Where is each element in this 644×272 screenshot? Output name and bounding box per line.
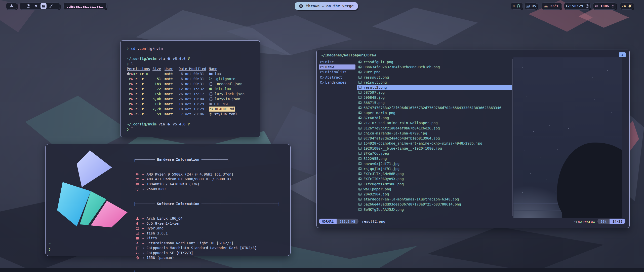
notifications-module[interactable]: 24	[620, 3, 633, 10]
tab-badge[interactable]: 1	[619, 52, 626, 57]
visualizer-bar	[69, 7, 70, 8]
file-list-item[interactable]: re1sult.png	[357, 80, 512, 85]
file-list-item[interactable]: rsjqojlmjhf91.jpg	[357, 166, 512, 171]
now-playing-title: thrown - on the verge	[306, 4, 354, 8]
sidebar-folder-landscapes[interactable]: Landscapes	[319, 80, 355, 85]
audio-module[interactable]: 100%	[593, 3, 616, 10]
bell-icon	[628, 4, 632, 8]
folder-panel: MiscDrawMinimalistAbstractLandscapes	[319, 59, 355, 85]
github-module[interactable]: 0	[511, 3, 522, 10]
file-list-item[interactable]: 154928-odinokoe_anime-art-anime-okno-sin…	[357, 141, 512, 146]
file-list-item[interactable]: EeNKYgIUcAAJ5JX.png	[357, 207, 512, 212]
visualizer-bar	[67, 7, 68, 8]
file-size-badge: 218.8 KB	[337, 219, 358, 224]
prompt-symbol: ❯	[49, 247, 51, 252]
image-icon	[358, 142, 362, 145]
file-list-item[interactable]: FXfcHgcWIAMzs0G.png	[357, 182, 512, 187]
moon-icon	[167, 57, 171, 60]
file-list-panel: ressdfgult.png08a634fa02a32364f69ebc86a9…	[357, 59, 512, 212]
table-row: .rw-r--r--7,7kmatt18 oct 13:29M↓README.m…	[127, 107, 260, 112]
file-list-item[interactable]: 87r687df.png	[357, 115, 512, 120]
braces-icon: {}	[209, 81, 213, 86]
prompt-path-line: ~/.config/nvim via v5.4.6 V	[127, 122, 260, 127]
clock-module[interactable]: 17:50:29	[564, 3, 591, 10]
image-icon	[358, 76, 362, 79]
file-list-item[interactable]: 19201080-__blue-tinge__-1920×1080.jpg	[357, 146, 512, 151]
file-list-item[interactable]: nnvuv0xj2df71.jpg	[357, 161, 512, 166]
workspace-button-3[interactable]	[41, 3, 47, 9]
workspaces-island	[20, 3, 60, 10]
file-list-item[interactable]: FXfcII0X0AQyn9X.png	[357, 176, 512, 181]
file-list-item[interactable]: 3122955.png	[357, 156, 512, 161]
file-list-item[interactable]: 5a266e448add93deab367d87173e9f25-6837886…	[357, 202, 512, 207]
file-list-item[interactable]: super-mario.png	[357, 110, 512, 115]
workspace-button-4[interactable]	[48, 3, 54, 9]
distro-logo	[53, 149, 128, 233]
file-list-item[interactable]: 587597.jpg	[357, 90, 512, 95]
image-icon	[358, 197, 362, 201]
image-icon	[358, 147, 362, 150]
file-list-item[interactable]: 0c794faf07de24a4db4d4fb1eb813964.jpg	[357, 136, 512, 141]
sidebar-folder-abstract[interactable]: Abstract	[319, 75, 355, 80]
image-icon	[358, 152, 362, 155]
fetch-window[interactable]: ┌───────── Hardware Information ────────…	[45, 144, 291, 256]
terminal-window[interactable]: ❯ cd .config/nvim ~/.config/nvim via v5.…	[120, 40, 260, 137]
visualizer-bar	[79, 7, 80, 8]
file-manager-window[interactable]: ~/Imagenes/Wallpapers/Draw 1 MiscDrawMin…	[316, 50, 630, 228]
audio-visualizer	[66, 4, 104, 8]
preview-star	[568, 128, 569, 129]
file-list-item[interactable]: 596848.jpg	[357, 95, 512, 100]
workspace-button-2[interactable]	[33, 3, 39, 9]
file-list-item[interactable]: atardecer-en-la-montanas-ilustracion-634…	[357, 197, 512, 202]
fetch-prompt[interactable]: ~ ❯	[49, 241, 51, 252]
image-icon	[358, 167, 362, 171]
weather-module[interactable]: 26°C	[542, 3, 561, 10]
clock-icon	[585, 4, 589, 8]
visualizer-bar	[97, 6, 98, 8]
file-list-item[interactable]: kurz.png	[357, 70, 512, 75]
launcher-button[interactable]	[6, 3, 17, 10]
image-icon	[358, 60, 362, 64]
fetch-info-row: A→JetBrainsMono Nerd Font Light 10 [GTK2…	[134, 241, 280, 246]
volume-level: 100%	[600, 4, 609, 8]
file-list-item[interactable]: FXfcJlTXgAMvH6R.png	[357, 171, 512, 176]
file-list-item[interactable]: 3126f7e9bbf21a8a4af0b67b041c6e26.jpg	[357, 125, 512, 130]
file-list-item[interactable]: 217167-sad-anime-rain-wallpaper.png	[357, 120, 512, 125]
image-icon	[358, 187, 362, 191]
markdown-icon: M↓	[210, 107, 213, 112]
moon-icon	[209, 87, 212, 91]
folder-open-icon	[320, 70, 324, 74]
sidebar-folder-draw[interactable]: Draw	[319, 64, 355, 70]
sidebar-folder-misc[interactable]: Misc	[319, 59, 355, 64]
file-list-item[interactable]: 08a634fa02a32364f69ebc86a98eb1eb.png	[357, 64, 512, 70]
folder-open-icon	[320, 60, 324, 64]
now-playing-pill[interactable]: thrown - on the verge	[295, 2, 358, 10]
workspace-button-1[interactable]	[25, 3, 31, 9]
file-list-item[interactable]: 20492984.jpg	[357, 192, 512, 197]
shell-icon	[135, 231, 140, 235]
status-bar: NORMAL 218.8 KB result2.png -rwxrwxrwx 3…	[319, 219, 625, 224]
image-icon	[358, 202, 362, 206]
terminal-prompt[interactable]: ❯	[127, 127, 260, 132]
keyboard-layout-module[interactable]: US	[525, 3, 537, 10]
visualizer-bar	[102, 7, 103, 8]
file-list-item[interactable]: resssult.png	[357, 75, 512, 80]
scroll-percent-badge: 36%	[597, 219, 609, 224]
theme-icon	[135, 246, 140, 250]
preview-star	[522, 67, 523, 68]
preview-star	[612, 93, 612, 93]
image-icon	[358, 116, 362, 120]
mic-icon	[611, 4, 615, 8]
file-list-item[interactable]: 68747470733a2f2f696d616765732d7769786d70…	[357, 105, 512, 110]
sidebar-folder-minimalist[interactable]: Minimalist	[319, 70, 355, 75]
file-list-item[interactable]: ressdfgult.png	[357, 59, 512, 64]
file-list-item[interactable]: wallpaper.png	[357, 187, 512, 192]
status-filename: result2.png	[362, 219, 385, 223]
file-list-item[interactable]: 8FKa7Cu.jpeg	[357, 151, 512, 156]
file-list-item[interactable]: chica-mirando-la-luna-8799.jpg	[357, 131, 512, 136]
file-list-item[interactable]: 866715.png	[357, 100, 512, 105]
table-row: .rw-r--r--3,0kmatt26 oct 10:04{}lazyvim.…	[127, 96, 260, 101]
file-list-item[interactable]: result2.png	[357, 85, 512, 90]
fetch-info-row: →AMD ATI Radeon RX 6800/6800 XT / 6900 X…	[134, 177, 280, 182]
hardware-section-header: ┌───────── Hardware Information ────────…	[134, 157, 280, 162]
